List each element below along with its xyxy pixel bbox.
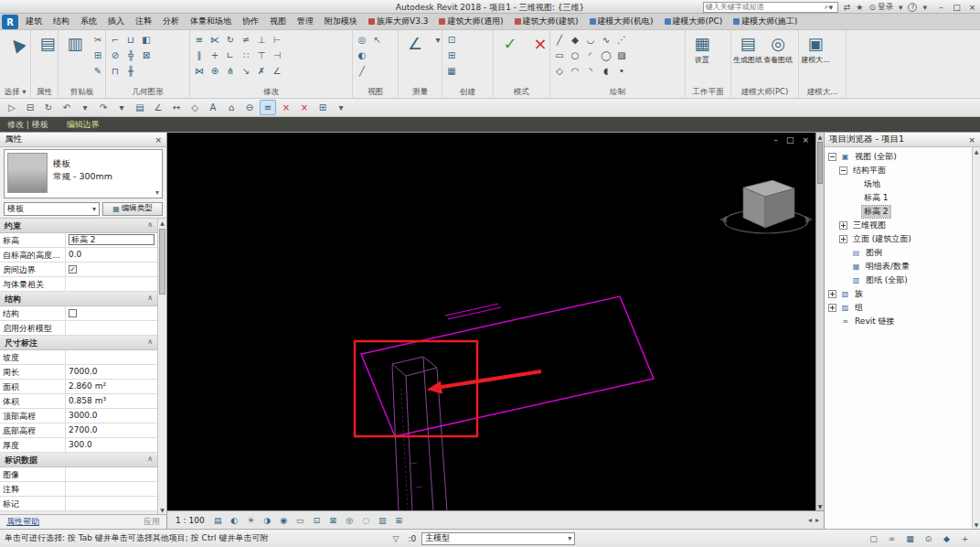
array-icon[interactable]: ∷ (239, 48, 253, 62)
drawing-area[interactable] (167, 133, 815, 510)
search-box[interactable]: ⌕▾ (703, 2, 838, 13)
tree-item[interactable]: 结构平面 (825, 164, 972, 177)
beam-joins-icon[interactable]: ╫ (123, 63, 138, 78)
properties-help-link[interactable]: 属性帮助 (6, 516, 39, 528)
ribbon-tab-6[interactable]: 分析 (157, 14, 185, 29)
half-ellipse-icon[interactable]: ◖ (599, 63, 613, 78)
expand-icon[interactable] (828, 304, 836, 312)
property-value[interactable] (66, 467, 157, 481)
move-icon[interactable]: + (208, 48, 222, 62)
section-icon[interactable]: ⊖ (241, 100, 258, 115)
reveal-hidden-icon[interactable]: ◌ (359, 514, 373, 527)
tree-item[interactable]: ▤图例 (825, 246, 972, 260)
scrollbar-thumb[interactable] (817, 142, 823, 184)
scroll-up-icon[interactable]: ▲ (816, 133, 824, 141)
ribbon-tab-12[interactable]: 族库大师V3.3 (363, 14, 433, 29)
checkbox[interactable] (69, 265, 77, 274)
property-value[interactable] (66, 482, 157, 496)
modify-tool-icon[interactable]: ▲ (2, 32, 30, 82)
tree-item[interactable]: ▣视图 (全部) (825, 150, 972, 164)
displace-icon[interactable]: ↖ (370, 32, 385, 47)
cut-icon[interactable]: ✂ (91, 32, 105, 47)
favorites-star-icon[interactable]: ★ (856, 3, 863, 12)
rectangle-icon[interactable]: ▭ (552, 48, 567, 62)
minimize-icon[interactable]: – (936, 3, 946, 12)
arc-center-icon[interactable]: ◡ (583, 32, 598, 47)
maximize-icon[interactable]: □ (952, 3, 962, 12)
property-value[interactable] (66, 306, 157, 320)
expand-icon[interactable] (839, 221, 847, 230)
expand-icon[interactable] (839, 235, 847, 243)
edit-type-button[interactable]: ▦ 编辑类型 (102, 202, 163, 216)
scroll-down-icon[interactable]: ▼ (158, 506, 166, 514)
modeling-master-icon[interactable]: ▣建模大... (801, 32, 830, 82)
wall-joins-icon[interactable]: ╬ (123, 48, 138, 62)
viewport-vscrollbar[interactable]: ▲ ▼ (815, 133, 824, 510)
undo-icon[interactable]: ↶ (59, 100, 75, 115)
scroll-down-icon[interactable]: ▼ (816, 502, 824, 510)
override-graphics-icon[interactable]: ◐ (355, 48, 369, 62)
lock-view-icon[interactable]: ⊠ (326, 514, 340, 527)
viewport-close-icon[interactable]: × (802, 135, 809, 145)
trim-extend-icon[interactable]: ∟ (223, 48, 238, 62)
windows-dropdown-icon[interactable]: ▾ (333, 100, 349, 115)
unjoin-icon[interactable]: ⊔ (123, 32, 138, 47)
floor-sketch-outline[interactable] (361, 296, 654, 436)
close-icon[interactable]: × (154, 135, 162, 145)
mirror-axis-icon[interactable]: ⋉ (208, 32, 222, 47)
switch-windows-icon[interactable]: ⊞ (314, 100, 331, 115)
scroll-up-icon[interactable]: ▲ (158, 219, 166, 227)
create-similar-icon[interactable]: ⊡ (444, 32, 459, 47)
ribbon-tab-1[interactable]: 建筑 (20, 14, 48, 29)
property-value[interactable] (66, 263, 157, 276)
type-selector[interactable]: 楼板 常规 - 300mm ▾ (4, 149, 163, 198)
signin-dropdown-icon[interactable]: ▾ (899, 3, 903, 12)
aligned-dimension-icon[interactable]: ↔ (168, 100, 185, 115)
filter-icon[interactable]: ▽ (389, 532, 402, 545)
pick-walls-icon[interactable]: ▨ (614, 48, 629, 62)
scroll-down-icon[interactable]: ▼ (973, 520, 980, 529)
ribbon-tab-17[interactable]: 建模大师(施工) (728, 14, 803, 29)
measure-icon[interactable]: ∠ (400, 32, 430, 82)
offset-icon[interactable]: ∥ (192, 48, 207, 62)
save-icon[interactable]: ⊟ (22, 100, 38, 115)
split-gap-icon[interactable]: ≠ (239, 32, 253, 47)
ellipse-icon[interactable]: ◯ (599, 48, 613, 62)
help-dropdown-icon[interactable]: ▾ (922, 3, 927, 12)
circle-icon[interactable]: ○ (568, 48, 582, 62)
align-icon[interactable]: ≡ (192, 32, 207, 47)
ribbon-tab-2[interactable]: 结构 (48, 14, 75, 29)
property-group-header[interactable]: 尺寸标注∧ (0, 336, 157, 350)
property-value[interactable] (66, 350, 157, 364)
ribbon-tab-14[interactable]: 建筑大师(建筑) (509, 14, 584, 29)
redo-icon[interactable]: ↷ (95, 100, 112, 115)
properties-scrollbar[interactable]: ▲ ▼ (157, 219, 166, 514)
ribbon-tab-13[interactable]: 建筑大师(通用) (433, 14, 508, 29)
print-icon[interactable]: ▤ (132, 100, 148, 115)
viewport-minimize-icon[interactable]: – (773, 135, 778, 145)
tree-item[interactable]: 标高 1 (825, 191, 972, 205)
chevron-down-icon[interactable]: ▾ (155, 188, 159, 197)
thin-lines-icon[interactable]: ≡ (260, 100, 276, 115)
tree-item[interactable]: 标高 2 (825, 205, 972, 219)
property-value[interactable]: 7000.0 (66, 365, 157, 379)
close-icon[interactable]: × (967, 3, 977, 12)
create-group-icon[interactable]: ⊞ (444, 48, 459, 62)
show-crop-icon[interactable]: ⊡ (310, 514, 324, 527)
select-by-face-icon[interactable]: ◆ (940, 532, 953, 545)
arc-tangent-icon[interactable]: ◜ (583, 48, 598, 62)
open-icon[interactable]: ▷ (4, 100, 20, 115)
ribbon-tab-11[interactable]: 附加模块 (319, 14, 363, 29)
line-icon[interactable]: ╱ (552, 32, 567, 47)
scroll-right-icon[interactable]: ▸ (815, 516, 819, 524)
arc-start-end-icon[interactable]: ◠ (568, 63, 582, 78)
tree-item[interactable]: 场地 (825, 177, 972, 191)
sync-icon[interactable]: ↻ (40, 100, 57, 115)
ribbon-tab-5[interactable]: 注释 (130, 14, 157, 29)
fillet-arc-icon[interactable]: ◝ (583, 63, 598, 78)
copy-move-icon[interactable]: ⊕ (208, 63, 222, 78)
collapse-icon[interactable] (828, 153, 836, 161)
shadows-icon[interactable]: ◑ (261, 514, 274, 527)
property-value[interactable]: 0.0 (66, 248, 157, 262)
tree-item[interactable]: 三维视图 (825, 219, 972, 232)
